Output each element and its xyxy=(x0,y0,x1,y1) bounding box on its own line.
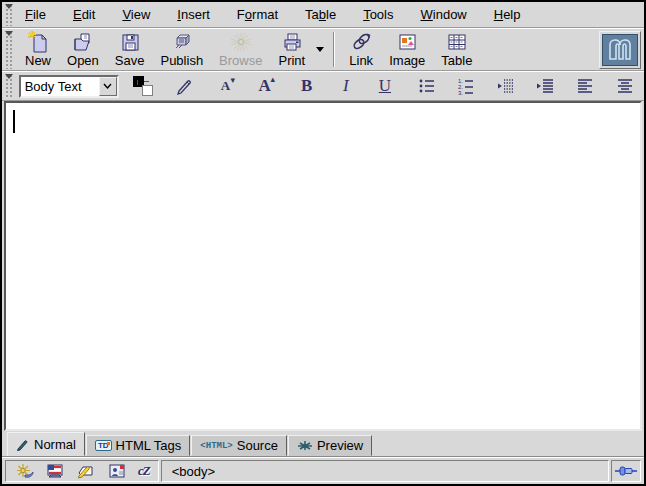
svg-text:3.: 3. xyxy=(458,90,463,95)
tab-normal[interactable]: Normal xyxy=(7,432,85,456)
component-bar: cZ xyxy=(5,460,159,482)
menu-help[interactable]: Help xyxy=(486,4,529,25)
text-caret xyxy=(13,110,15,133)
save-button[interactable]: Save xyxy=(107,30,153,70)
highlight-color-button[interactable] xyxy=(171,73,200,99)
mail-icon[interactable] xyxy=(45,463,65,479)
image-button[interactable]: Image xyxy=(381,30,433,70)
menu-table[interactable]: Table xyxy=(297,4,344,25)
menu-insert[interactable]: Insert xyxy=(169,4,218,25)
chevron-down-icon xyxy=(99,77,117,96)
mozilla-m-logo xyxy=(602,34,638,66)
indent-icon xyxy=(535,77,555,95)
menu-tools[interactable]: Tools xyxy=(355,4,401,25)
printer-icon xyxy=(280,31,304,53)
status-text: <body> xyxy=(172,464,215,479)
align-center-icon xyxy=(615,77,635,95)
background-color-swatch xyxy=(142,85,153,96)
browse-sparkle-icon xyxy=(229,31,253,53)
td-tag-icon: TD xyxy=(95,440,112,451)
preview-mozilla-icon xyxy=(297,439,313,452)
format-toolbar: Body Text A ▾ A ▴ xyxy=(2,71,644,101)
publish-button[interactable]: Publish xyxy=(152,30,211,70)
browse-button[interactable]: Browse xyxy=(211,30,270,70)
normal-pen-icon xyxy=(16,438,30,451)
image-picture-icon xyxy=(395,31,419,53)
align-left-icon xyxy=(575,77,595,95)
new-page-icon xyxy=(26,31,50,53)
print-button[interactable]: Print xyxy=(270,30,313,70)
toolbar-separator xyxy=(333,32,335,67)
decrease-font-button[interactable]: A ▾ xyxy=(211,73,240,99)
tab-preview[interactable]: Preview xyxy=(288,435,372,456)
numbered-list-icon: 1. 2. 3. xyxy=(456,77,476,95)
bold-button[interactable]: B xyxy=(292,73,321,99)
arrow-up-icon: ▴ xyxy=(271,75,276,84)
link-button[interactable]: Link xyxy=(341,30,381,70)
menu-edit[interactable]: Edit xyxy=(65,4,103,25)
link-chain-icon xyxy=(349,31,373,53)
menubar: File Edit View Insert Format Table Tools… xyxy=(2,2,644,28)
address-book-icon[interactable] xyxy=(107,463,127,479)
open-folder-icon xyxy=(71,31,95,53)
menubar-grippy[interactable] xyxy=(4,3,14,26)
main-toolbar: New Open xyxy=(2,28,644,71)
table-grid-icon xyxy=(445,31,469,53)
arrow-down-icon: ▾ xyxy=(230,76,235,85)
online-status-indicator[interactable] xyxy=(611,460,641,482)
publish-icon xyxy=(170,31,194,53)
status-message-area: <body> xyxy=(161,460,609,482)
underline-button[interactable]: U xyxy=(370,73,399,99)
chevron-down-icon xyxy=(316,47,324,52)
save-floppy-icon xyxy=(118,31,142,53)
menu-view[interactable]: View xyxy=(114,4,158,25)
html-source-icon: <HTML> xyxy=(200,441,232,451)
menu-window[interactable]: Window xyxy=(413,4,475,25)
editor-canvas[interactable] xyxy=(4,101,642,431)
edit-mode-tabbar: Normal TD HTML Tags <HTML> Source Previe… xyxy=(2,431,644,457)
mozilla-throbber[interactable] xyxy=(599,31,641,69)
text-color-picker[interactable] xyxy=(129,73,158,99)
new-button[interactable]: New xyxy=(17,30,59,70)
chatzilla-icon[interactable]: cZ xyxy=(138,463,150,479)
paragraph-style-value: Body Text xyxy=(21,79,99,94)
print-dropdown-arrow[interactable] xyxy=(313,30,327,70)
menu-file[interactable]: File xyxy=(17,4,54,25)
main-toolbar-grippy[interactable] xyxy=(4,30,14,69)
paragraph-style-select[interactable]: Body Text xyxy=(19,75,119,98)
table-button[interactable]: Table xyxy=(433,30,480,70)
color-swatches-icon xyxy=(133,76,153,96)
increase-font-button[interactable]: A ▴ xyxy=(250,73,279,99)
online-plug-icon xyxy=(614,465,638,477)
indent-button[interactable] xyxy=(531,73,560,99)
outdent-icon xyxy=(496,77,516,95)
align-center-button[interactable] xyxy=(610,73,639,99)
tab-html-tags[interactable]: TD HTML Tags xyxy=(86,435,190,456)
composer-icon[interactable] xyxy=(76,463,96,479)
italic-button[interactable]: I xyxy=(331,73,360,99)
open-button[interactable]: Open xyxy=(59,30,107,70)
align-left-button[interactable] xyxy=(571,73,600,99)
navigator-icon[interactable] xyxy=(14,463,34,479)
menu-format[interactable]: Format xyxy=(229,4,286,25)
format-toolbar-grippy[interactable] xyxy=(4,73,14,99)
numbered-list-button[interactable]: 1. 2. 3. xyxy=(452,73,481,99)
highlighter-pen-icon xyxy=(175,77,195,95)
status-bar: cZ <body> xyxy=(2,457,644,484)
bullet-list-button[interactable] xyxy=(412,73,441,99)
composer-window: File Edit View Insert Format Table Tools… xyxy=(0,0,646,486)
outdent-button[interactable] xyxy=(492,73,521,99)
tab-source[interactable]: <HTML> Source xyxy=(191,435,287,456)
bullet-list-icon xyxy=(417,77,437,95)
